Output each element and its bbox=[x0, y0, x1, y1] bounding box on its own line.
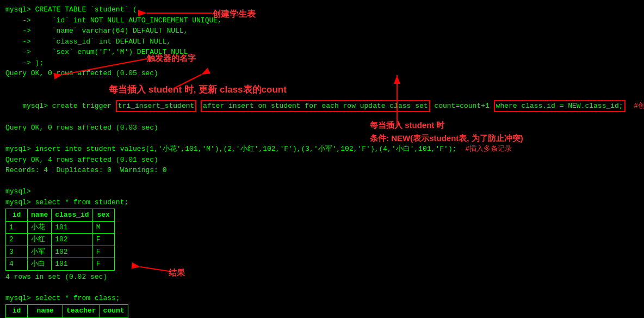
line-blank-2 bbox=[5, 133, 639, 144]
col-count: count bbox=[100, 305, 128, 317]
line-trigger: mysql> create trigger tri_insert_student… bbox=[5, 89, 639, 123]
cell: 4 bbox=[6, 258, 28, 271]
cell: F bbox=[92, 246, 114, 258]
trigger-where-box: where class.id = NEW.class_id; bbox=[494, 100, 626, 112]
cell: 小军 bbox=[28, 246, 52, 258]
line-query-ok-1: Query OK, 0 rows affected (0.05 sec) bbox=[5, 68, 639, 79]
line-insert: mysql> insert into student values(1,'小花'… bbox=[5, 144, 639, 155]
cell: 3 bbox=[6, 246, 28, 258]
line-class-id: -> `class_id` int DEFAULT NULL, bbox=[5, 36, 639, 47]
annotation-update-desc: 每当插入 student 时, 更新 class表的count bbox=[109, 83, 287, 97]
line-name: -> `name` varchar(64) DEFAULT NULL, bbox=[5, 26, 639, 36]
line-records: Records: 4 Duplicates: 0 Warnings: 0 bbox=[5, 165, 639, 176]
annotation-trigger-name: 触发器的名字 bbox=[147, 52, 196, 65]
annotation-new-desc: 每当插入 student 时 条件: NEW(表示student表, 为了防止冲… bbox=[370, 119, 523, 145]
student-table-container: id name class_id sex 1 小花 101 M 2 小红 102… bbox=[5, 209, 639, 271]
annotation-new-line1: 每当插入 student 时 bbox=[370, 119, 523, 132]
line-select-student: mysql> select * from student; bbox=[5, 197, 639, 208]
cell: 101 bbox=[52, 221, 92, 234]
line-end: -> ); bbox=[5, 58, 639, 69]
annotation-create-table: 创建学生表 bbox=[212, 8, 256, 21]
line-4rows: 4 rows in set (0.02 sec) bbox=[5, 272, 639, 283]
cell: 小白 bbox=[28, 258, 52, 271]
line-query-ok-2: Query OK, 0 rows affected (0.03 sec) bbox=[5, 123, 639, 133]
annotation-new-line2: 条件: NEW(表示student表, 为了防止冲突) bbox=[370, 132, 523, 145]
class-table: id name teacher count 101 萌新一班 Martin 2 … bbox=[5, 304, 128, 318]
cell: 101 bbox=[52, 258, 92, 271]
cell: 2 bbox=[6, 234, 28, 246]
line-sex: -> `sex` enum('F','M') DEFAULT NULL bbox=[5, 47, 639, 58]
cell: F bbox=[92, 258, 114, 271]
cell: 102 bbox=[52, 246, 92, 258]
line-blank-3 bbox=[5, 176, 639, 187]
col-teacher: teacher bbox=[63, 305, 100, 317]
trigger-condition-box: after insert on student for each row upd… bbox=[201, 100, 430, 112]
col-class-id: class_id bbox=[52, 209, 92, 222]
table-header-row: id name teacher count bbox=[6, 305, 128, 317]
class-table-container: id name teacher count 101 萌新一班 Martin 2 … bbox=[5, 304, 639, 318]
table-row: 2 小红 102 F bbox=[6, 234, 115, 246]
line-blank-4: mysql> bbox=[5, 186, 639, 197]
cell: M bbox=[92, 221, 114, 234]
line-select-class: mysql> select * from class; bbox=[5, 293, 639, 304]
cell: 小花 bbox=[28, 221, 52, 234]
table-row: 3 小军 102 F bbox=[6, 246, 115, 258]
line-create-table: mysql> CREATE TABLE `student` ( bbox=[5, 4, 639, 15]
col-id: id bbox=[6, 209, 28, 222]
annotation-result: 结果 bbox=[169, 267, 185, 279]
col-id: id bbox=[6, 305, 28, 317]
student-table: id name class_id sex 1 小花 101 M 2 小红 102… bbox=[5, 209, 115, 271]
cell: 102 bbox=[52, 234, 92, 246]
trigger-name-box: tri_insert_student bbox=[116, 100, 196, 112]
line-blank-1 bbox=[5, 79, 639, 90]
table-row: 1 小花 101 M bbox=[6, 221, 115, 234]
cell: 小红 bbox=[28, 234, 52, 246]
line-id: -> `id` int NOT NULL AUTO_INCREMENT UNIQ… bbox=[5, 15, 639, 26]
line-blank-5 bbox=[5, 282, 639, 293]
col-name: name bbox=[28, 305, 63, 317]
table-row: 4 小白 101 F bbox=[6, 258, 115, 271]
comment-trigger: #创建触发器，新增学员班级人数增1 bbox=[634, 102, 644, 110]
table-header-row: id name class_id sex bbox=[6, 209, 115, 222]
terminal: mysql> CREATE TABLE `student` ( -> `id` … bbox=[0, 0, 644, 318]
line-query-ok-3: Query OK, 4 rows affected (0.01 sec) bbox=[5, 155, 639, 166]
cell: F bbox=[92, 234, 114, 246]
col-name: name bbox=[28, 209, 52, 222]
cell: 1 bbox=[6, 221, 28, 234]
col-sex: sex bbox=[92, 209, 114, 222]
